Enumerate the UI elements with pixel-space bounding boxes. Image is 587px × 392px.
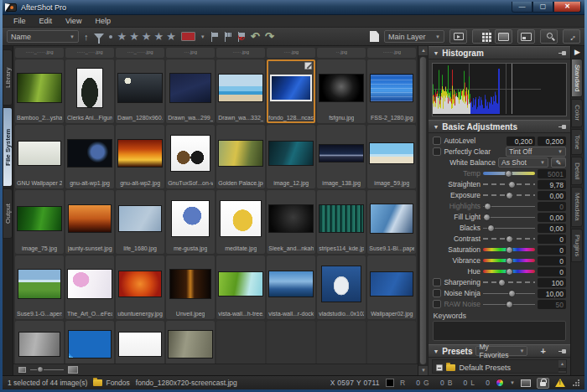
- filter-icon[interactable]: [94, 34, 104, 39]
- chevron-down-icon[interactable]: ▼: [510, 380, 515, 385]
- presets-header[interactable]: ▼ Presets My Favorites ▼ +: [429, 344, 570, 358]
- thumbnail-cell[interactable]: stripes114_kde.jpg: [317, 190, 366, 254]
- flag-priority-icon[interactable]: [224, 32, 232, 42]
- thumbnail-cell[interactable]: fondo_128...ncast.jpg: [267, 59, 315, 123]
- adjust-slider[interactable]: [483, 278, 535, 287]
- checkbox[interactable]: [433, 289, 441, 297]
- resize-grip[interactable]: [573, 379, 579, 386]
- slider-knob[interactable]: [483, 214, 491, 221]
- adjust-slider[interactable]: [483, 213, 535, 222]
- thumbnail-cell[interactable]: Drawn_wa...332_.jpg: [216, 59, 265, 123]
- eyedropper-button[interactable]: ✎: [551, 157, 566, 168]
- thumbnail-cell[interactable]: ubuntuenergy.jpg: [116, 255, 164, 319]
- thumbnail-cell-partial[interactable]: ···.jpg: [166, 48, 215, 58]
- thumbnail-cell[interactable]: Drawn_wa...299_.jpg: [166, 59, 215, 123]
- presets-filter-dropdown[interactable]: My Favorites ▼: [475, 346, 527, 356]
- rotate-left-icon[interactable]: ↶: [251, 31, 260, 42]
- adjust-slider[interactable]: [483, 289, 535, 298]
- checkbox[interactable]: [433, 278, 441, 286]
- keywords-input[interactable]: [433, 321, 566, 341]
- magnifier-button[interactable]: [540, 29, 558, 44]
- adjust-slider[interactable]: [483, 180, 535, 189]
- thumbnail-cell[interactable]: Sleek_and...nkahn.jpg: [267, 190, 315, 254]
- histogram-header[interactable]: ▼ Histogram: [429, 46, 570, 59]
- checkbox[interactable]: [433, 137, 441, 145]
- thumbnail-cell-partial[interactable]: ·····.jpg: [216, 48, 265, 58]
- thumbnail-cell[interactable]: [116, 321, 164, 364]
- collapse-icon[interactable]: [436, 364, 443, 371]
- thumbnail-cell[interactable]: gnu-alt-wp2.jpg: [116, 125, 164, 188]
- adjust-value[interactable]: 0,00: [538, 213, 566, 222]
- adjust-value[interactable]: 0,00: [538, 191, 566, 200]
- adjust-value[interactable]: 50: [538, 300, 566, 309]
- flag-icon[interactable]: [210, 32, 219, 42]
- adjust-slider[interactable]: [483, 202, 535, 211]
- slider-knob[interactable]: [508, 290, 516, 297]
- adjust-slider[interactable]: [483, 245, 535, 255]
- maximize-button[interactable]: ▢: [532, 2, 553, 13]
- rotate-right-icon[interactable]: ↷: [265, 31, 274, 42]
- thumbnail-cell[interactable]: fsfgnu.jpg: [317, 59, 366, 123]
- adjust-value[interactable]: 0: [538, 256, 566, 266]
- star-icon[interactable]: ★: [153, 31, 164, 42]
- combo-view-button[interactable]: [517, 29, 535, 44]
- scroll-up-arrow[interactable]: ▲: [418, 46, 428, 55]
- menu-item-help[interactable]: Help: [89, 16, 117, 26]
- thumbnail-cell-partial[interactable]: ······.jpg: [367, 48, 416, 58]
- pin-icon[interactable]: [558, 348, 566, 354]
- scroll-down-arrow[interactable]: ▼: [558, 371, 566, 374]
- adjust-slider[interactable]: [483, 267, 535, 276]
- thumbnail-cell[interactable]: image_138.jpg: [317, 125, 366, 188]
- thumbnail-cell-partial[interactable]: ····.jpg: [267, 48, 315, 58]
- thumbnail-cell-partial[interactable]: ·····_····.jpg: [65, 48, 114, 58]
- star-icon[interactable]: ★: [166, 31, 176, 42]
- thumbnail-cell[interactable]: Suse9.1-G...apers.jpg: [15, 255, 64, 319]
- current-folder[interactable]: Fondos: [93, 379, 129, 387]
- thumbnail-cell[interactable]: Clerks Ani...Figure.jpg: [65, 59, 114, 123]
- thumbnail-cell-partial[interactable]: ····_·····.jpg: [116, 48, 164, 58]
- chevron-down-icon[interactable]: ▼: [200, 34, 205, 39]
- menu-item-view[interactable]: View: [60, 16, 87, 26]
- panel-tab-standard[interactable]: Standard: [571, 59, 583, 97]
- panel-tab-tone[interactable]: Tone: [571, 129, 583, 155]
- thumbnail-cell[interactable]: GnuTuxSof...on-v1.jpg: [166, 125, 215, 188]
- thumbnail-cell[interactable]: [65, 321, 114, 364]
- flag-reject-icon[interactable]: [237, 32, 246, 42]
- scroll-down-arrow[interactable]: ▼: [418, 366, 428, 375]
- thumbnail-cell[interactable]: image_59.jpg: [367, 125, 416, 188]
- slideshow-button[interactable]: [449, 29, 467, 44]
- panel-tab-metadata[interactable]: Metadata: [571, 187, 583, 226]
- thumbnail-cell[interactable]: vladstudio...0x1024.jpg: [317, 255, 366, 319]
- slider-knob[interactable]: [506, 192, 513, 199]
- menu-item-file[interactable]: File: [8, 16, 32, 26]
- thumbnail-cell[interactable]: meditate.jpg: [216, 190, 265, 254]
- star-icon[interactable]: ★: [142, 31, 152, 42]
- thumbnail-cell[interactable]: me-gusta.jpg: [166, 190, 215, 254]
- thumbnail-view-button[interactable]: [472, 29, 490, 44]
- panel-tab-detail[interactable]: Detail: [571, 157, 583, 185]
- slider-knob[interactable]: [506, 301, 513, 308]
- warning-icon[interactable]: [555, 379, 565, 387]
- star-icon[interactable]: ★: [117, 31, 127, 42]
- adjust-slider[interactable]: [483, 191, 535, 200]
- thumbnail-cell[interactable]: Dawn_1280x960.jpg: [116, 59, 164, 123]
- slider-knob[interactable]: [487, 224, 495, 232]
- thumbnail-cell[interactable]: GNU Wallpaper 2.jpg: [15, 125, 64, 188]
- adjust-dropdown[interactable]: Tint Off▼: [506, 147, 566, 157]
- pin-icon[interactable]: [558, 124, 566, 130]
- slider-knob[interactable]: [506, 268, 513, 276]
- adjust-slider[interactable]: [483, 235, 535, 244]
- preset-item[interactable]: Default Presets: [436, 362, 556, 373]
- basic-adjustments-header[interactable]: ▼ Basic Adjustments: [429, 120, 570, 133]
- slider-knob[interactable]: [505, 170, 512, 178]
- checkbox[interactable]: [433, 147, 441, 156]
- adjust-value[interactable]: 5001: [538, 169, 566, 178]
- collapse-triangle-icon[interactable]: ▼: [433, 124, 439, 130]
- slider-knob[interactable]: [508, 181, 516, 188]
- adjust-dropdown[interactable]: As Shot▼: [498, 157, 548, 168]
- scrollbar-thumb[interactable]: [419, 56, 427, 365]
- fit-view-button[interactable]: ↔: [563, 29, 580, 44]
- adjust-value[interactable]: 0: [538, 235, 566, 244]
- pin-icon[interactable]: [558, 50, 566, 56]
- slider-knob[interactable]: [498, 279, 506, 286]
